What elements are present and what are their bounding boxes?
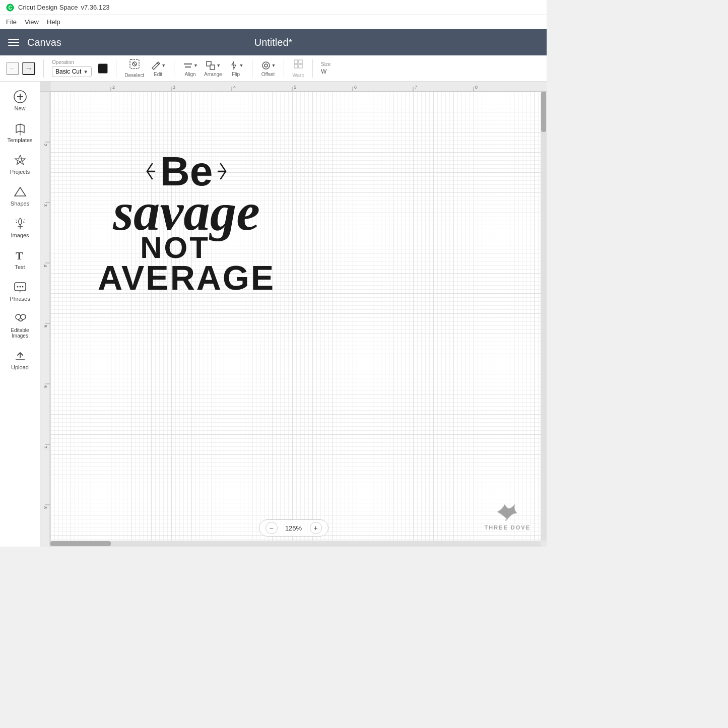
svg-text:3: 3 bbox=[43, 204, 48, 207]
edit-label: Edit bbox=[154, 72, 162, 77]
line-savage-row: savage bbox=[113, 187, 260, 237]
sparks-right bbox=[216, 161, 236, 181]
projects-icon bbox=[13, 153, 27, 167]
svg-line-67 bbox=[147, 164, 152, 171]
sparks-left-svg bbox=[137, 161, 157, 181]
svg-text:C: C bbox=[8, 5, 12, 11]
ruler-h-svg: 2 3 4 5 6 7 8 bbox=[50, 82, 547, 92]
sidebar-item-images-label: Images bbox=[11, 232, 29, 238]
color-swatch[interactable] bbox=[98, 63, 108, 74]
canvas-area[interactable]: 2 3 4 5 6 7 8 2 3 bbox=[40, 82, 547, 547]
operation-arrow-icon: ▼ bbox=[83, 69, 88, 75]
svg-text:8: 8 bbox=[43, 506, 48, 509]
deselect-button[interactable]: Deselect bbox=[124, 58, 144, 78]
sidebar-item-upload-label: Upload bbox=[11, 364, 29, 370]
deselect-icon bbox=[129, 58, 140, 72]
menu-file[interactable]: File bbox=[6, 18, 17, 26]
text-be: Be bbox=[160, 151, 213, 192]
svg-point-10 bbox=[262, 62, 270, 69]
line-average-row: AVERAGE bbox=[98, 260, 275, 295]
horizontal-scroll-thumb[interactable] bbox=[50, 541, 111, 546]
align-arrow-icon: ▼ bbox=[193, 63, 198, 68]
sidebar-item-templates[interactable]: Templates bbox=[2, 117, 38, 147]
editable-images-icon bbox=[13, 312, 27, 326]
edit-button[interactable]: ▼ Edit bbox=[150, 60, 166, 77]
horizontal-scrollbar[interactable] bbox=[50, 541, 541, 547]
arrange-icon: ▼ bbox=[205, 60, 221, 71]
svg-text:6: 6 bbox=[43, 385, 48, 388]
svg-line-70 bbox=[221, 164, 226, 171]
sparks-right-svg bbox=[216, 161, 236, 181]
svg-point-31 bbox=[17, 286, 18, 288]
svg-text:T: T bbox=[16, 249, 23, 262]
align-icon: ▼ bbox=[182, 60, 198, 71]
watermark-bird-svg bbox=[492, 499, 522, 524]
sidebar-item-new[interactable]: New bbox=[2, 86, 38, 115]
svg-rect-13 bbox=[299, 60, 302, 63]
sidebar-item-projects[interactable]: Projects bbox=[2, 149, 38, 179]
operation-label: Operation bbox=[52, 59, 74, 65]
hamburger-line-3 bbox=[8, 45, 19, 46]
svg-point-32 bbox=[19, 286, 21, 288]
arrange-label: Arrange bbox=[204, 72, 222, 77]
svg-rect-6 bbox=[185, 67, 191, 68]
sidebar-item-images[interactable]: Images bbox=[2, 213, 38, 242]
watermark-text: THREE DOVE bbox=[484, 524, 531, 531]
svg-text:3: 3 bbox=[173, 85, 175, 90]
svg-rect-15 bbox=[299, 64, 302, 68]
svg-line-69 bbox=[147, 171, 152, 179]
vertical-scrollbar[interactable] bbox=[541, 92, 547, 541]
new-icon bbox=[13, 90, 27, 104]
watermark: THREE DOVE bbox=[484, 499, 531, 531]
edit-arrow-icon: ▼ bbox=[161, 63, 166, 68]
menu-bar: File View Help bbox=[0, 15, 547, 29]
zoom-value: 125% bbox=[282, 524, 306, 532]
ruler-horizontal: 2 3 4 5 6 7 8 bbox=[50, 82, 547, 92]
align-button[interactable]: ▼ Align bbox=[182, 60, 198, 77]
offset-arrow-icon: ▼ bbox=[272, 63, 276, 68]
sidebar-item-editable-images[interactable]: Editable Images bbox=[2, 308, 38, 343]
flip-icon: ▼ bbox=[228, 60, 244, 71]
zoom-decrease-icon: − bbox=[269, 524, 273, 532]
document-title: Untitled* bbox=[254, 37, 293, 48]
flip-arrow-icon: ▼ bbox=[239, 63, 244, 68]
sidebar-item-new-label: New bbox=[14, 105, 25, 111]
canvas-grid-area[interactable]: Be savage NOT bbox=[50, 92, 541, 541]
svg-line-4 bbox=[133, 62, 136, 65]
svg-point-33 bbox=[22, 286, 23, 288]
arrange-button[interactable]: ▼ Arrange bbox=[204, 60, 222, 77]
divider-2 bbox=[116, 59, 116, 78]
hamburger-line-2 bbox=[8, 42, 19, 43]
edit-icon: ▼ bbox=[150, 60, 166, 71]
menu-help[interactable]: Help bbox=[47, 18, 60, 26]
templates-icon bbox=[13, 121, 27, 136]
sidebar-item-upload[interactable]: Upload bbox=[2, 345, 38, 374]
undo-button[interactable]: ← bbox=[6, 62, 19, 75]
hamburger-menu-button[interactable] bbox=[8, 39, 19, 46]
text-average: AVERAGE bbox=[98, 258, 275, 297]
flip-button[interactable]: ▼ Flip bbox=[228, 60, 244, 77]
svg-point-20 bbox=[19, 159, 22, 162]
zoom-decrease-button[interactable]: − bbox=[266, 522, 278, 534]
design-content: Be savage NOT bbox=[81, 112, 292, 334]
offset-button[interactable]: ▼ Offset bbox=[260, 60, 276, 77]
sidebar-item-shapes[interactable]: Shapes bbox=[2, 181, 38, 211]
sidebar-item-text[interactable]: T Text bbox=[2, 244, 38, 274]
svg-text:2: 2 bbox=[43, 144, 48, 146]
warp-button[interactable]: Warp bbox=[292, 58, 304, 78]
menu-view[interactable]: View bbox=[25, 18, 39, 26]
zoom-increase-icon: + bbox=[313, 524, 317, 532]
redo-button[interactable]: → bbox=[22, 62, 35, 75]
warp-icon bbox=[293, 58, 304, 72]
operation-select[interactable]: Basic Cut ▼ bbox=[52, 66, 92, 77]
ruler-vertical: 2 3 4 5 6 7 8 bbox=[40, 92, 50, 547]
vertical-scroll-thumb[interactable] bbox=[541, 92, 546, 132]
line-be-row: Be bbox=[137, 151, 236, 192]
zoom-increase-button[interactable]: + bbox=[310, 522, 322, 534]
svg-point-21 bbox=[19, 219, 22, 225]
svg-line-26 bbox=[16, 220, 17, 220]
undo-redo-group: ← → bbox=[6, 62, 35, 75]
sidebar-item-phrases[interactable]: Phrases bbox=[2, 276, 38, 306]
app-title: Cricut Design Space bbox=[18, 4, 78, 11]
phrases-icon bbox=[13, 280, 27, 294]
